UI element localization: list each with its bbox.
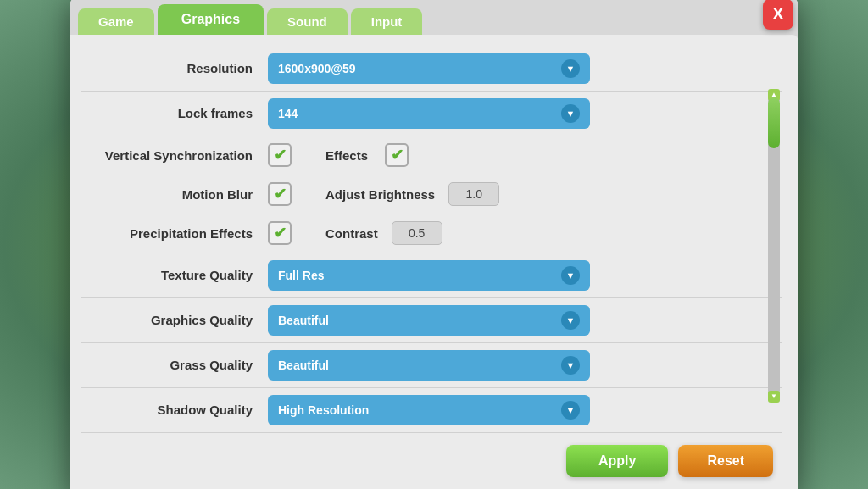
resolution-value: 1600x900@59	[278, 62, 356, 75]
reset-button[interactable]: Reset	[678, 445, 773, 477]
grass-quality-content: Beautiful ▼	[268, 350, 782, 381]
motion-blur-row: Motion Blur Adjust Brightness	[81, 175, 782, 214]
grass-quality-arrow: ▼	[561, 356, 580, 375]
lock-frames-row: Lock frames 144 ▼	[81, 92, 782, 136]
texture-quality-content: Full Res ▼	[268, 260, 782, 291]
content-area: Resolution 1600x900@59 ▼ Lock frames 144…	[70, 35, 798, 490]
resolution-dropdown-arrow: ▼	[561, 59, 580, 78]
brightness-label: Adjust Brightness	[326, 187, 435, 202]
vsync-label: Vertical Synchronization	[81, 148, 268, 163]
shadow-quality-label: Shadow Quality	[81, 403, 268, 417]
scrollbar-track: ▲ ▼	[768, 89, 780, 403]
lock-frames-dropdown-arrow: ▼	[561, 104, 580, 123]
effects-checkbox[interactable]	[385, 143, 409, 167]
tab-graphics[interactable]: Graphics	[158, 4, 264, 35]
texture-quality-arrow: ▼	[561, 266, 580, 285]
apply-button[interactable]: Apply	[566, 445, 668, 477]
scrollbar-down-arrow[interactable]: ▼	[768, 391, 780, 403]
tab-game[interactable]: Game	[78, 8, 154, 35]
grass-quality-row: Grass Quality Beautiful ▼	[81, 343, 782, 388]
shadow-quality-content: High Resolution ▼	[268, 395, 782, 425]
precipitation-content: Contrast	[268, 221, 782, 245]
shadow-quality-dropdown[interactable]: High Resolution ▼	[268, 395, 590, 425]
graphics-quality-dropdown[interactable]: Beautiful ▼	[268, 305, 590, 336]
settings-dialog: Game Graphics Sound Input X Resolution 1…	[70, 0, 798, 489]
grass-quality-label: Grass Quality	[81, 358, 268, 372]
scrollbar-thumb[interactable]	[768, 97, 780, 148]
bottom-bar: Apply Reset	[81, 436, 782, 482]
graphics-quality-content: Beautiful ▼	[268, 305, 782, 336]
lock-frames-content: 144 ▼	[268, 98, 782, 129]
contrast-label: Contrast	[326, 226, 378, 241]
graphics-quality-row: Graphics Quality Beautiful ▼	[81, 298, 782, 343]
grass-quality-dropdown[interactable]: Beautiful ▼	[268, 350, 590, 381]
texture-quality-label: Texture Quality	[81, 268, 268, 282]
precipitation-row: Precipitation Effects Contrast	[81, 214, 782, 253]
vsync-effects-content: Effects	[268, 143, 782, 167]
texture-quality-dropdown[interactable]: Full Res ▼	[268, 260, 590, 291]
motion-blur-label: Motion Blur	[81, 187, 268, 202]
resolution-dropdown[interactable]: 1600x900@59 ▼	[268, 53, 590, 84]
precipitation-label: Precipitation Effects	[81, 226, 268, 241]
effects-label: Effects	[326, 148, 368, 163]
precipitation-checkbox[interactable]	[268, 221, 292, 245]
lock-frames-dropdown[interactable]: 144 ▼	[268, 98, 590, 129]
texture-quality-value: Full Res	[278, 269, 324, 282]
lock-frames-label: Lock frames	[81, 106, 268, 120]
graphics-quality-arrow: ▼	[561, 311, 580, 330]
motion-blur-content: Adjust Brightness	[268, 182, 782, 206]
title-bar: Game Graphics Sound Input X	[70, 0, 798, 35]
lock-frames-value: 144	[278, 107, 298, 120]
tab-sound[interactable]: Sound	[267, 8, 348, 35]
graphics-quality-label: Graphics Quality	[81, 313, 268, 327]
vsync-effects-row: Vertical Synchronization Effects	[81, 136, 782, 175]
tab-input[interactable]: Input	[351, 8, 423, 35]
graphics-quality-value: Beautiful	[278, 314, 329, 327]
resolution-label: Resolution	[81, 61, 268, 75]
grass-quality-value: Beautiful	[278, 358, 329, 372]
brightness-input[interactable]	[448, 182, 499, 206]
resolution-row: Resolution 1600x900@59 ▼	[81, 47, 782, 92]
shadow-quality-arrow: ▼	[561, 401, 580, 420]
shadow-quality-value: High Resolution	[278, 403, 369, 417]
shadow-quality-row: Shadow Quality High Resolution ▼	[81, 388, 782, 433]
vsync-checkbox[interactable]	[268, 143, 292, 167]
close-button[interactable]: X	[763, 0, 793, 30]
motion-blur-checkbox[interactable]	[268, 182, 292, 206]
resolution-content: 1600x900@59 ▼	[268, 53, 782, 84]
texture-quality-row: Texture Quality Full Res ▼	[81, 253, 782, 298]
contrast-input[interactable]	[392, 221, 442, 245]
